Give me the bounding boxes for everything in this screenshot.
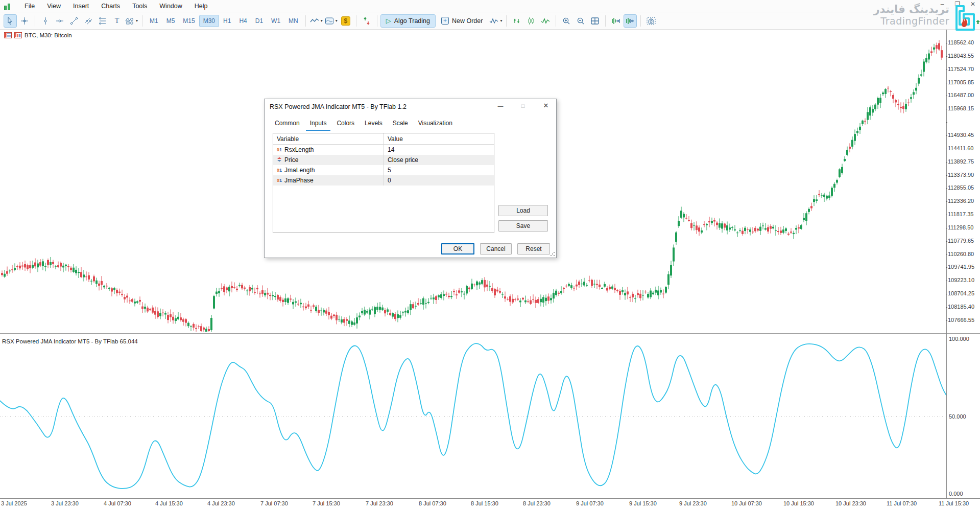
menu-tools[interactable]: Tools: [126, 1, 153, 11]
algo-trading-label: Algo Trading: [394, 17, 430, 25]
timeframe-m15[interactable]: M15: [179, 15, 199, 27]
pane-divider[interactable]: [0, 333, 980, 334]
time-tick-label: 8 Jul 15:30: [471, 500, 498, 506]
price-axis-border: [946, 30, 947, 498]
menu-insert[interactable]: Insert: [67, 1, 95, 11]
reset-button[interactable]: Reset: [517, 243, 550, 254]
zoom-out-button[interactable]: [574, 14, 587, 28]
auto-scroll-button[interactable]: [624, 14, 637, 28]
crosshair-tool-button[interactable]: [18, 14, 31, 28]
vertical-line-tool-button[interactable]: [39, 14, 52, 28]
tile-windows-button[interactable]: [588, 14, 602, 28]
price-tick-label: 113373.90: [948, 172, 974, 178]
dialog-minimize-button[interactable]: —: [494, 100, 507, 111]
timeframe-m5[interactable]: M5: [162, 15, 179, 27]
inputs-table[interactable]: Variable Value 01RsxLength14PriceClose p…: [273, 133, 494, 233]
timeframe-m1[interactable]: M1: [146, 15, 162, 27]
dialog-title: RSX Powered JMA Indicator MT5 - By TFlab…: [270, 103, 407, 110]
chevron-down-icon: ▾: [500, 18, 502, 23]
new-order-label: New Order: [452, 17, 483, 25]
camera-icon: [647, 17, 656, 25]
tab-inputs[interactable]: Inputs: [306, 118, 331, 131]
time-tick-label: 3 Jul 23:30: [51, 500, 79, 506]
trade-levels-button[interactable]: [510, 14, 523, 28]
menu-view[interactable]: View: [41, 1, 67, 11]
menu-file[interactable]: File: [18, 1, 41, 11]
trendline-tool-button[interactable]: [67, 14, 81, 28]
play-icon: ▷: [386, 17, 391, 25]
dialog-maximize-button[interactable]: □: [516, 100, 530, 111]
table-row[interactable]: 01JmaLength5: [273, 165, 494, 175]
wave-icon: [489, 17, 498, 25]
save-button[interactable]: Save: [498, 220, 548, 232]
load-button[interactable]: Load: [498, 205, 548, 216]
value-cell[interactable]: Close price: [384, 155, 494, 165]
chart-type-line-button[interactable]: ▾: [309, 14, 323, 28]
crosshair-icon: [20, 17, 29, 25]
text-tool-button[interactable]: T: [110, 14, 124, 28]
tab-levels[interactable]: Levels: [361, 118, 387, 131]
restore-window-button[interactable]: ❐: [953, 1, 962, 8]
horizontal-line-tool-button[interactable]: [53, 14, 66, 28]
price-tick-label: 110779.65: [948, 238, 974, 244]
timeframe-mn[interactable]: MN: [284, 15, 302, 27]
table-row[interactable]: 01JmaPhase0: [273, 175, 494, 186]
price-tick-label: 109741.95: [948, 264, 974, 270]
auto-scroll-icon: [626, 17, 635, 25]
deposit-button[interactable]: $: [339, 14, 352, 28]
table-row[interactable]: PriceClose price: [273, 155, 494, 165]
new-order-button[interactable]: + New Order: [436, 14, 488, 28]
value-cell[interactable]: 0: [384, 175, 494, 186]
horizontal-line-icon: [56, 17, 64, 25]
value-cell[interactable]: 14: [384, 145, 494, 155]
transfer-button[interactable]: [360, 14, 373, 28]
indicator-name-label: RSX Powered JMA Indicator MT5 - By TFlab…: [2, 338, 138, 344]
chevron-down-icon: ▾: [336, 18, 338, 23]
variable-name: JmaLength: [284, 165, 315, 175]
menu-charts[interactable]: Charts: [95, 1, 126, 11]
timeframe-m30[interactable]: M30: [199, 15, 219, 27]
price-tick-label: 111298.50: [948, 224, 973, 230]
price-tick-label: 113892.75: [948, 158, 974, 165]
depth-of-market-button[interactable]: ▾: [489, 14, 503, 28]
screenshot-button[interactable]: [644, 14, 658, 28]
variable-cell: Price: [273, 155, 384, 165]
algo-trading-button[interactable]: ▷ Algo Trading: [380, 14, 436, 28]
tab-colors[interactable]: Colors: [332, 118, 358, 131]
ok-button[interactable]: OK: [441, 243, 474, 254]
fibonacci-tool-button[interactable]: [96, 14, 109, 28]
shapes-icon: [125, 17, 134, 25]
indicators-button[interactable]: ▾: [324, 14, 338, 28]
candlestick-chart-button[interactable]: [524, 14, 538, 28]
dialog-titlebar[interactable]: RSX Powered JMA Indicator MT5 - By TFlab…: [265, 99, 556, 114]
menu-window[interactable]: Window: [153, 1, 188, 11]
timeframe-w1[interactable]: W1: [267, 15, 284, 27]
timeframe-h1[interactable]: H1: [219, 15, 235, 27]
shift-end-button[interactable]: [609, 14, 623, 28]
timeframe-h4[interactable]: H4: [235, 15, 251, 27]
cursor-tool-button[interactable]: [4, 14, 17, 28]
close-window-button[interactable]: ✕: [969, 1, 977, 8]
timeframe-d1[interactable]: D1: [251, 15, 267, 27]
menu-help[interactable]: Help: [188, 1, 214, 11]
time-tick-label: 8 Jul 23:30: [523, 500, 551, 506]
channel-tool-button[interactable]: [82, 14, 95, 28]
tab-visualization[interactable]: Visualization: [414, 118, 457, 131]
cancel-button[interactable]: Cancel: [480, 243, 512, 254]
resize-grip-icon[interactable]: [550, 251, 555, 257]
numeric-param-icon: 01: [277, 175, 282, 186]
quotes-table-icon: [4, 32, 12, 38]
table-row[interactable]: 01RsxLength14: [273, 145, 494, 155]
shapes-tool-button[interactable]: ▾: [125, 14, 138, 28]
time-tick-label: 9 Jul 07:30: [576, 500, 604, 506]
dialog-close-button[interactable]: ✕: [539, 100, 553, 111]
tick-chart-button[interactable]: [539, 14, 552, 28]
zoom-in-button[interactable]: [560, 14, 573, 28]
time-axis[interactable]: 3 Jul 20253 Jul 23:304 Jul 07:304 Jul 15…: [0, 498, 980, 509]
minimize-window-button[interactable]: –: [938, 1, 946, 8]
tab-common[interactable]: Common: [271, 118, 304, 131]
timeframe-buttons: M1M5M15M30H1H4D1W1MN: [146, 15, 302, 27]
time-tick-label: 3 Jul 2025: [1, 500, 27, 506]
value-cell[interactable]: 5: [384, 165, 494, 175]
tab-scale[interactable]: Scale: [389, 118, 412, 131]
